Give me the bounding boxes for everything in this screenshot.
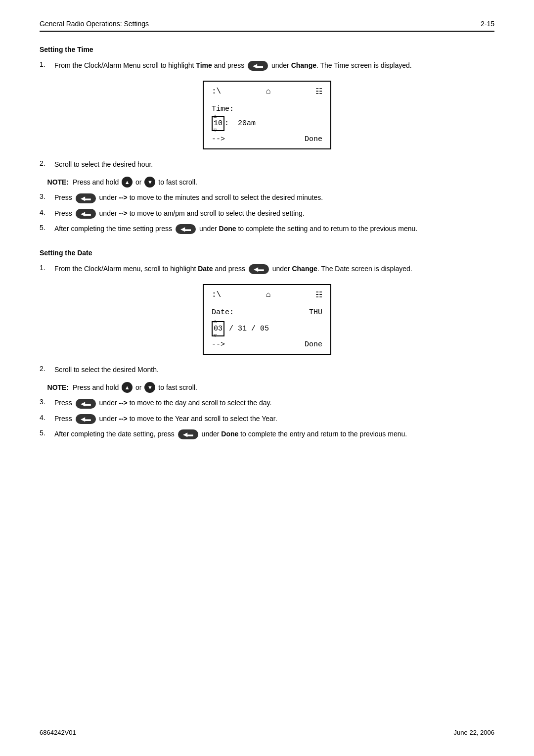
time-note: NOTE: Press and hold ▲ or ▼ to fast scro… [40, 177, 494, 188]
time-step-1: 1. From the Clock/Alarm Menu scroll to h… [40, 60, 494, 71]
date-steps-list-1: 1. From the Clock/Alarm menu, scroll to … [40, 264, 494, 274]
lcd-bottom-left-date: --> [212, 340, 225, 349]
time-steps-list-3: 3. Press ◀▬ under --> to move to the min… [40, 192, 494, 234]
date-step-5: 5. After completing the date setting, pr… [40, 429, 494, 439]
page-header: General Radio Operations: Settings 2-15 [40, 20, 494, 32]
date-step-4: 4. Press ◀▬ under --> to move to the Yea… [40, 414, 494, 424]
arrow-down-icon: ▼ [144, 177, 155, 188]
date-screen-container: :\ ⌂ ☷ Date: THU △ 03 ▽ / 31 / 05 [40, 284, 494, 355]
section-title-date: Setting the Date [40, 249, 494, 257]
lcd-bottom-left-time: --> [212, 135, 225, 143]
lcd-line-time-label: Time: [212, 102, 322, 116]
lcd-top-row-date: :\ ⌂ ☷ [212, 290, 322, 302]
arrow-up-icon-date: ▲ [122, 382, 133, 393]
lcd-icon-signal: :\ [212, 87, 221, 96]
lcd-bottom-time: --> Done [212, 135, 322, 143]
lcd-content-time: Time: △ 10 ▽ : 20am [212, 102, 322, 131]
header-left: General Radio Operations: Settings [40, 20, 149, 28]
page: General Radio Operations: Settings 2-15 … [0, 0, 534, 756]
date-step-3: 3. Press ◀▬ under --> to move to the day… [40, 398, 494, 408]
lcd-icon-signal-date: :\ [212, 290, 221, 299]
button-icon-step5: ◀▬ [176, 224, 196, 234]
button-icon-date-1: ◀▬ [249, 264, 269, 274]
lcd-line-date-label: Date: THU [212, 306, 322, 319]
button-icon-1: ◀▬ [248, 61, 268, 71]
button-icon-date-5: ◀▬ [178, 429, 198, 439]
lcd-icon-menu-date: ☷ [315, 290, 322, 300]
date-step-1: 1. From the Clock/Alarm menu, scroll to … [40, 264, 494, 274]
lcd-icon-home: ⌂ [266, 87, 271, 96]
lcd-icon-home-date: ⌂ [266, 290, 271, 299]
date-note: NOTE: Press and hold ▲ or ▼ to fast scro… [40, 382, 494, 393]
date-step-2: 2. Scroll to select the desired Month. [40, 365, 494, 375]
lcd-content-date: Date: THU △ 03 ▽ / 31 / 05 [212, 306, 322, 336]
time-lcd-screen: :\ ⌂ ☷ Time: △ 10 ▽ : 20am --> [203, 81, 331, 149]
time-step-4: 4. Press ◀▬ under --> to move to am/pm a… [40, 208, 494, 219]
section-setting-date: Setting the Date 1. From the Clock/Alarm… [40, 249, 494, 439]
time-step-2: 2. Scroll to select the desired hour. [40, 159, 494, 170]
footer-right: June 22, 2006 [454, 729, 494, 736]
lcd-bottom-date: --> Done [212, 340, 322, 349]
lcd-bottom-right-date: Done [305, 340, 322, 349]
button-icon-step4: ◀▬ [76, 209, 96, 219]
time-steps-list-2: 2. Scroll to select the desired hour. [40, 159, 494, 170]
footer-left: 6864242V01 [40, 729, 76, 736]
arrow-down-icon-date: ▼ [144, 382, 155, 393]
time-step-5: 5. After completing the time setting pre… [40, 224, 494, 234]
header-right: 2-15 [481, 20, 494, 28]
arrow-up-icon: ▲ [122, 177, 133, 188]
section-setting-time: Setting the Time 1. From the Clock/Alarm… [40, 46, 494, 234]
lcd-line-time-value: △ 10 ▽ : 20am [212, 116, 322, 131]
date-steps-list-3: 3. Press ◀▬ under --> to move to the day… [40, 398, 494, 439]
button-icon-step3: ◀▬ [76, 193, 96, 203]
lcd-top-row-time: :\ ⌂ ☷ [212, 87, 322, 98]
time-steps-list: 1. From the Clock/Alarm Menu scroll to h… [40, 60, 494, 71]
press-label-3: Press [54, 193, 72, 201]
button-icon-date-3: ◀▬ [76, 399, 96, 409]
button-icon-date-4: ◀▬ [76, 414, 96, 424]
lcd-icon-menu: ☷ [315, 87, 322, 96]
date-steps-list-2: 2. Scroll to select the desired Month. [40, 365, 494, 375]
time-screen-container: :\ ⌂ ☷ Time: △ 10 ▽ : 20am --> [40, 81, 494, 149]
date-lcd-screen: :\ ⌂ ☷ Date: THU △ 03 ▽ / 31 / 05 [203, 284, 331, 355]
time-step-3: 3. Press ◀▬ under --> to move to the min… [40, 192, 494, 203]
page-footer: 6864242V01 June 22, 2006 [40, 729, 494, 736]
section-title-time: Setting the Time [40, 46, 494, 53]
lcd-bottom-right-time: Done [305, 135, 322, 143]
lcd-line-date-value: △ 03 ▽ / 31 / 05 [212, 321, 322, 336]
